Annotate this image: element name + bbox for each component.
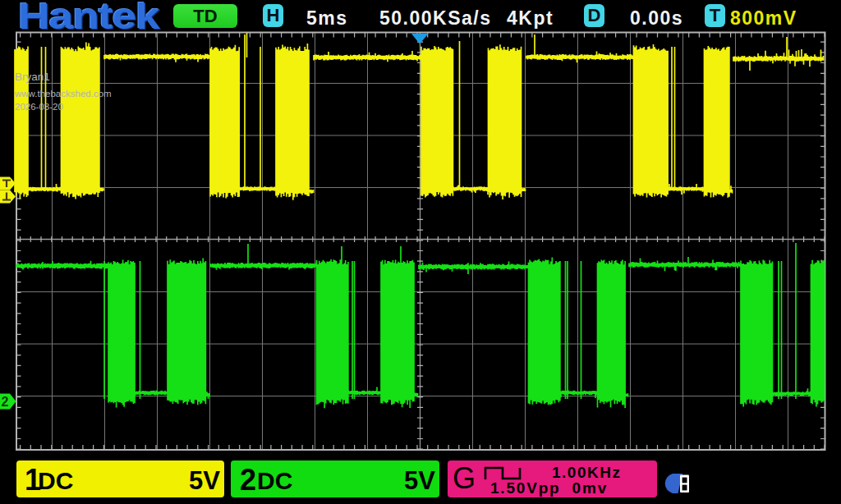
svg-text:2: 2 — [2, 395, 9, 409]
